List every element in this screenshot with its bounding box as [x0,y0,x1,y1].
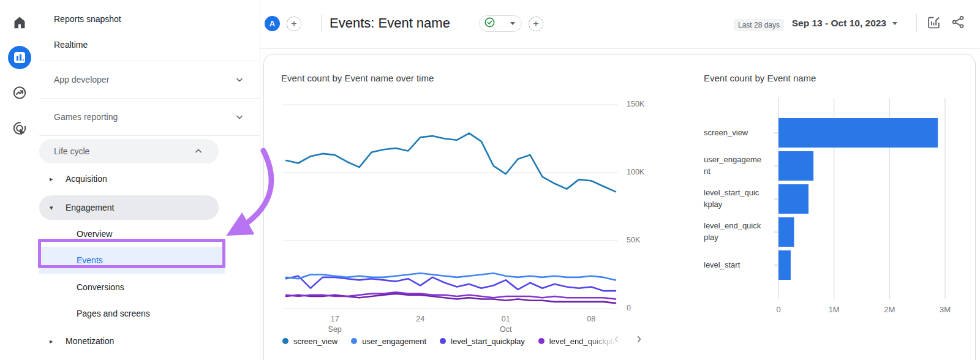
legend-item-level_start_quickplay[interactable]: level_start_quickplay [440,337,525,346]
chevron-down-icon [234,74,245,85]
legend-item-screen_view[interactable]: screen_view [282,337,337,346]
legend-dot [440,338,446,344]
sidebar-item-conversions[interactable]: Conversions [39,274,260,300]
date-range-selector[interactable]: Sep 13 - Oct 10, 2023 [792,18,897,29]
legend-label: level_start_quickplay [451,337,525,346]
bar-x-tick-label: 1M [829,305,840,314]
sidebar-divider [39,98,260,99]
sidebar-item-overview[interactable]: Overview [39,221,260,247]
chevron-down-icon [234,111,245,122]
line-series-screen_view [286,133,616,192]
explore-nav-button[interactable] [12,84,28,101]
y-tick-label: 150K [627,100,657,108]
y-tick-label: 0 [627,304,657,312]
sidebar-item-games-reporting[interactable]: Games reporting [39,102,260,132]
bar-level_end_quickplay [778,217,794,247]
sidebar-item-monetization[interactable]: ▸ Monetization [39,328,260,354]
dropdown-triangle-icon [892,22,897,25]
bar-chart-svg [762,96,953,304]
data-quality-badge[interactable] [479,15,522,32]
sidebar-item-label: Monetization [66,336,114,346]
share-button[interactable] [949,15,967,32]
line-series-user_engagement [286,273,616,280]
advertising-icon [12,120,28,137]
x-tick-label: 24 [407,314,434,324]
legend-label: screen_view [293,337,337,346]
sidebar-divider [39,135,260,136]
sidebar-item-engagement[interactable]: ▾ Engagement [39,195,219,220]
add-metric-button[interactable]: + [529,17,543,31]
sidebar-item-events[interactable]: Events [39,247,225,274]
add-comparison-button[interactable]: + [287,17,301,31]
page-title: Events: Event name [330,15,450,31]
bar-category-label: level_start_quickplay [704,187,763,211]
sidebar-item-label: Reports snapshot [54,14,121,24]
x-tick-label: 17Sep [322,314,349,335]
header-divider [321,14,322,32]
bar-user_engagement [778,151,813,181]
customize-report-icon [926,15,941,32]
sidebar-item-label: App developer [54,75,109,84]
ga4-events-report-page: Reports snapshot Realtime App developer … [0,0,980,360]
legend-dot [351,338,357,344]
customize-report-button[interactable] [925,15,942,32]
x-tick-label: 01Oct [492,314,519,335]
avatar[interactable]: A [265,16,280,31]
bar-category-label: level_start [704,260,763,271]
chevron-up-icon [193,146,204,157]
sidebar-item-pages-and-screens[interactable]: Pages and screens [39,300,260,326]
left-icon-rail [0,0,40,360]
legend-item-level_end_quickplay[interactable]: level_end_quickplay [538,337,616,346]
plus-icon: + [533,18,538,29]
bar-chart-title: Event count by Event name [704,73,816,83]
line-chart-title: Event count by Event name over time [281,73,434,83]
bar-category-label: user_engagement [704,154,763,178]
sidebar-item-life-cycle[interactable]: Life cycle [39,139,219,163]
line-chart-legend: screen_viewuser_engagementlevel_start_qu… [282,333,616,349]
sidebar-item-label: Pages and screens [77,309,150,318]
sidebar-item-label: Realtime [54,40,88,50]
sidebar-item-realtime[interactable]: Realtime [39,32,260,58]
home-nav-button[interactable] [12,15,28,31]
sidebar-item-label: Conversions [77,282,124,292]
bar-level_start_quickplay [778,184,809,214]
legend-label: level_end_quickplay [549,337,616,346]
sidebar-item-label: Life cycle [54,146,89,156]
reports-sidebar: Reports snapshot Realtime App developer … [39,0,260,360]
header-divider [916,14,917,32]
sidebar-item-app-developer[interactable]: App developer [39,64,260,95]
bar-x-tick-label: 3M [940,305,951,314]
explore-icon [12,84,28,101]
sidebar-item-label: Overview [77,229,112,239]
bar-level_start [778,250,791,280]
share-icon [951,15,965,32]
legend-pager [610,331,646,347]
legend-item-user_engagement[interactable]: user_engagement [351,337,426,346]
report-header: A + Events: Event name + Last 28 days Se… [260,0,980,49]
reports-nav-button[interactable] [8,46,31,69]
plus-icon: + [291,18,296,29]
bar-screen_view [778,118,938,148]
bar-x-tick-label: 0 [776,305,780,314]
bar-category-label: level_end_quickplay [704,220,763,244]
sidebar-item-reports-snapshot[interactable]: Reports snapshot [39,6,260,32]
triangle-down-icon: ▾ [50,204,58,212]
x-tick-label: 08 [578,314,605,324]
legend-label: user_engagement [362,337,426,346]
dropdown-triangle-icon [510,22,515,25]
reports-icon [13,51,26,64]
date-preset-label: Last 28 days [734,19,784,31]
y-tick-label: 50K [627,236,657,244]
legend-prev-button[interactable] [610,331,624,347]
bar-category-label: screen_view [704,127,763,139]
legend-dot [282,338,288,344]
line-chart-svg [282,100,619,315]
date-range-text: Sep 13 - Oct 10, 2023 [792,18,886,29]
legend-dot [538,338,545,344]
triangle-right-icon: ▸ [50,175,58,183]
advertising-nav-button[interactable] [12,120,28,137]
y-tick-label: 100K [627,168,657,176]
legend-next-button[interactable] [632,331,646,347]
sidebar-item-acquisition[interactable]: ▸ Acquisition [39,165,260,193]
sidebar-divider [39,61,260,61]
